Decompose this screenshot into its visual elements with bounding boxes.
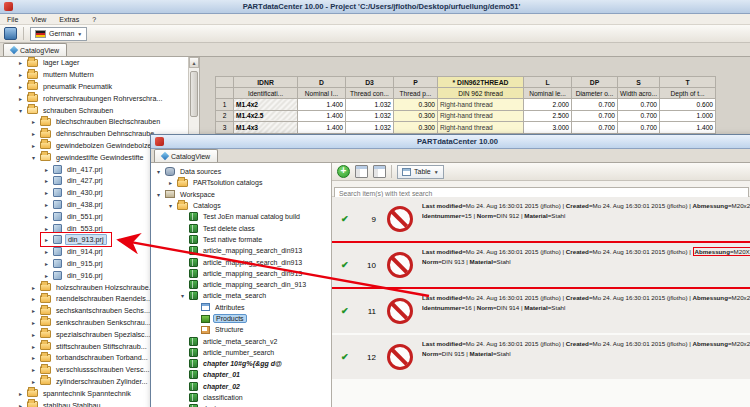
expand-arrow-icon[interactable]: ▸: [17, 71, 24, 78]
collapse-arrow-icon[interactable]: ▾: [155, 168, 162, 175]
tree-item-muttern-muttern[interactable]: ▸muttern Muttern: [0, 69, 199, 81]
tree-item-test-delete-class[interactable]: Test delete class: [151, 222, 331, 233]
expand-arrow-icon[interactable]: ▸: [43, 248, 50, 255]
tree-item-rohrverschraubungen-rohrverschra[interactable]: ▸rohrverschraubungen Rohrverschra...: [0, 92, 199, 104]
row-number[interactable]: 1: [216, 99, 234, 111]
collapse-arrow-icon[interactable]: ▾: [17, 107, 24, 114]
column-header-depth-of-t[interactable]: Depth of t...: [660, 88, 716, 99]
tree-item-attributes[interactable]: Attributes: [151, 302, 331, 313]
column-header-diameter-o[interactable]: Diameter o...: [572, 88, 618, 99]
tree-item-data-sources[interactable]: ▾Data sources: [151, 166, 331, 177]
column-header-dp[interactable]: DP: [572, 77, 618, 88]
expand-arrow-icon[interactable]: ▸: [43, 225, 50, 232]
tree-item-pneumatik-pneumatik[interactable]: ▸pneumatik Pneumatik: [0, 81, 199, 93]
table-cell[interactable]: 1.400: [298, 99, 346, 111]
tree-item-article-mapping-search-din913[interactable]: article_mapping_search_din913: [151, 256, 331, 267]
column-header-identificati[interactable]: Identificati...: [234, 88, 298, 99]
table-view-icon[interactable]: [373, 165, 386, 178]
expand-arrow-icon[interactable]: ▸: [43, 236, 50, 243]
product-row-9[interactable]: ✔9Last modified=Mo 24. Aug 16:30:01 2015…: [332, 197, 750, 241]
column-header-d3[interactable]: D3: [346, 77, 394, 88]
expand-arrow-icon[interactable]: ▸: [43, 166, 50, 173]
tree-item-classification[interactable]: classification: [151, 392, 331, 403]
tree-item-article-meta-search-v2[interactable]: article_meta_search_v2: [151, 335, 331, 346]
table-cell[interactable]: 1.400: [298, 122, 346, 134]
table-cell[interactable]: M1.4x2.5: [234, 110, 298, 122]
table-cell[interactable]: 1.032: [346, 122, 394, 134]
column-header-t[interactable]: T: [660, 77, 716, 88]
tab-catalogview-front[interactable]: CatalogView: [154, 149, 218, 162]
view-mode-dropdown[interactable]: Table ▼: [397, 165, 444, 179]
tree-item-structure[interactable]: Structure: [151, 324, 331, 335]
scroll-up-icon[interactable]: ▲: [189, 57, 199, 68]
expand-arrow-icon[interactable]: ▸: [43, 260, 50, 267]
collapse-arrow-icon[interactable]: ▾: [30, 154, 37, 161]
expand-arrow-icon[interactable]: ▸: [30, 142, 37, 149]
menu-file[interactable]: File: [7, 16, 18, 23]
table-cell[interactable]: 1.400: [660, 122, 716, 134]
column-header-thread-con[interactable]: Thread con...: [346, 88, 394, 99]
expand-arrow-icon[interactable]: ▸: [43, 201, 50, 208]
tree-item-partsolution-catalogs[interactable]: ▸PARTsolution catalogs: [151, 177, 331, 188]
table-cell[interactable]: Right-hand thread: [438, 110, 524, 122]
menu-view[interactable]: View: [31, 16, 46, 23]
column-header-nominal-i[interactable]: Nominal I...: [298, 88, 346, 99]
expand-arrow-icon[interactable]: ▸: [17, 83, 24, 90]
table-cell[interactable]: 2.000: [524, 99, 572, 111]
table-cell[interactable]: 0.700: [618, 110, 660, 122]
main-window-titlebar[interactable]: PARTdataCenter 10.00 - Project 'C:/Users…: [0, 0, 750, 14]
collapse-arrow-icon[interactable]: ▾: [155, 191, 162, 198]
table-cell[interactable]: 0.700: [618, 99, 660, 111]
tree-item-catalogs[interactable]: ▾Catalogs: [151, 200, 331, 211]
column-header-idnr[interactable]: IDNR: [234, 77, 298, 88]
tree-item-article-meta-search[interactable]: ▾article_meta_search: [151, 290, 331, 301]
view-icon[interactable]: [4, 27, 17, 40]
table-cell[interactable]: 1.032: [346, 110, 394, 122]
expand-arrow-icon[interactable]: ▸: [30, 130, 37, 137]
table-cell[interactable]: Right-hand thread: [438, 122, 524, 134]
expand-arrow-icon[interactable]: ▸: [30, 331, 37, 338]
column-header-thread-p[interactable]: Thread p...: [394, 88, 438, 99]
expand-arrow-icon[interactable]: ▸: [17, 59, 24, 66]
menu-extras[interactable]: Extras: [59, 16, 79, 23]
tree-item-schrauben-schrauben[interactable]: ▾schrauben Schrauben: [0, 104, 199, 116]
table-cell[interactable]: 0.300: [394, 99, 438, 111]
tree-item-lager-lager[interactable]: ▸lager Lager: [0, 57, 199, 69]
expand-arrow-icon[interactable]: ▸: [30, 295, 37, 302]
expand-arrow-icon[interactable]: ▸: [30, 378, 37, 385]
tree-item-chapter-10-g-gg-d[interactable]: chapter 10#g%{&gg d@: [151, 358, 331, 369]
tree-item-destaco[interactable]: destaco: [151, 403, 331, 407]
tree-item-chapter-02[interactable]: chapter_02: [151, 381, 331, 392]
add-item-icon[interactable]: [337, 165, 350, 178]
expand-arrow-icon[interactable]: ▸: [30, 354, 37, 361]
table-cell[interactable]: 0.300: [394, 110, 438, 122]
tree-item-test-native-formate[interactable]: Test native formate: [151, 234, 331, 245]
table-cell[interactable]: M1.4x2: [234, 99, 298, 111]
table-cell[interactable]: Right-hand thread: [438, 99, 524, 111]
column-header-s[interactable]: S: [618, 77, 660, 88]
collapse-arrow-icon[interactable]: ▾: [179, 292, 186, 299]
language-selector[interactable]: German ▼: [30, 27, 87, 41]
expand-arrow-icon[interactable]: ▸: [30, 307, 37, 314]
tree-item-article-number-search[interactable]: article_number_search: [151, 347, 331, 358]
collapse-arrow-icon[interactable]: ▾: [167, 202, 174, 209]
catalog-window-titlebar[interactable]: PARTdataCenter 10.00: [151, 135, 750, 149]
expand-arrow-icon[interactable]: ▸: [167, 179, 174, 186]
edit-table-icon[interactable]: [355, 165, 368, 178]
tree-item-article-mapping-search-din-913[interactable]: article_mapping_search_din_913: [151, 279, 331, 290]
table-cell[interactable]: 3.000: [524, 122, 572, 134]
menu-item[interactable]: ?: [92, 16, 96, 23]
tree-item-article-mapping-search-din913[interactable]: article_mapping_search_din913: [151, 245, 331, 256]
expand-arrow-icon[interactable]: ▸: [17, 390, 24, 397]
row-number[interactable]: 2: [216, 110, 234, 122]
tree-item-test-joen-manual-catalog-build[interactable]: Test JoEn manual catalog build: [151, 211, 331, 222]
column-header-d[interactable]: D: [298, 77, 346, 88]
column-header-l[interactable]: L: [524, 77, 572, 88]
table-cell[interactable]: M1.4x3: [234, 122, 298, 134]
table-cell[interactable]: 0.700: [572, 110, 618, 122]
expand-arrow-icon[interactable]: ▸: [30, 284, 37, 291]
column-header-din962thread[interactable]: * DIN962THREAD: [438, 77, 524, 88]
tree-item-products[interactable]: Products: [151, 313, 331, 324]
column-header-din-962-thread[interactable]: DIN 962 thread: [438, 88, 524, 99]
product-row-10[interactable]: ✔10Last modified=Mo 24. Aug 16:30:01 201…: [332, 243, 750, 287]
